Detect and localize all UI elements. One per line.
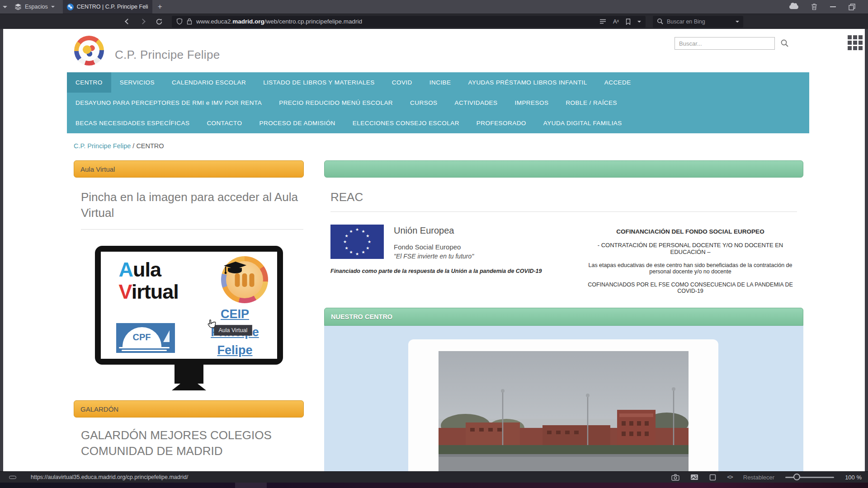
eu-flag: ★★★★★★★★★★★★: [330, 225, 384, 259]
monitor-stand: [175, 365, 203, 384]
nav-item[interactable]: CURSOS: [401, 93, 446, 113]
site-title: C.P. Principe Felipe: [115, 48, 220, 62]
nav-item[interactable]: COVID: [383, 72, 421, 93]
reader-mode-icon[interactable]: [599, 19, 606, 24]
reload-button[interactable]: [156, 18, 163, 25]
espacios-label: Espacios: [25, 4, 48, 10]
site-search-input[interactable]: [675, 37, 775, 50]
galardon-header-label: GALARDÓN: [80, 405, 118, 413]
zoom-value: 100 %: [845, 474, 862, 481]
apps-grid-icon[interactable]: [848, 35, 864, 52]
nuestro-centro-header-label: NUESTRO CENTRO: [331, 313, 392, 320]
nav-item[interactable]: LISTADO DE LIBROS Y MATERIALES: [255, 72, 383, 93]
image-icon[interactable]: [690, 474, 698, 480]
site-search-button[interactable]: [780, 39, 789, 47]
nav-item[interactable]: DESAYUNO PARA PERCEPTORES DE RMI e IMV P…: [67, 93, 270, 113]
aula-virtual-heading: Pincha en la imagen para acceder al Aula…: [81, 189, 301, 221]
breadcrumb-current: CENTRO: [136, 142, 164, 150]
magnifier-icon: [780, 39, 789, 47]
page-viewport: C.P. Principe Felipe CENTROSERVICIOSCALE…: [0, 29, 868, 471]
cpf-logo: CPF: [116, 323, 175, 353]
breadcrumb: C.P. Principe Felipe / CENTRO: [74, 142, 809, 150]
nav-item[interactable]: CALENDARIO ESCOLAR: [163, 72, 255, 93]
espacios-menu[interactable]: Espacios: [14, 3, 55, 10]
select-region-icon[interactable]: [709, 474, 716, 481]
status-cloud-icon: [9, 476, 16, 479]
code-view-icon[interactable]: <>: [727, 474, 732, 481]
nav-item[interactable]: ROBLE / RAÍCES: [557, 93, 626, 113]
aula-virtual-tooltip: Aula Virtual: [214, 325, 253, 336]
window-edge: [0, 29, 3, 471]
espacios-caret-icon: [51, 6, 55, 8]
nav-item[interactable]: IMPRESOS: [506, 93, 557, 113]
tab-bar: Espacios CENTRO | C.P. Principe Felip +: [0, 0, 868, 14]
galardon-heading: GALARDÓN MEJORES COLEGIOS COMUNIDAD DE M…: [81, 427, 293, 459]
reac-line-2: - CONTRATACIÓN DE PERSONAL DOCENTE Y/O N…: [584, 242, 797, 255]
eu-financed-line: Financiado como parte de la respuesta de…: [330, 268, 584, 274]
aula-virtual-wordmark: Aula Virtual: [119, 259, 179, 303]
search-engine-caret-icon[interactable]: [736, 21, 739, 23]
monitor-frame: Aula Virtual: [95, 246, 283, 365]
active-tab[interactable]: CENTRO | C.P. Principe Felip: [63, 0, 152, 14]
browser-search-box[interactable]: Buscar en Bing: [653, 16, 743, 28]
galardon-portlet-header: GALARDÓN: [74, 400, 304, 418]
breadcrumb-separator: /: [131, 142, 136, 150]
main-navigation: CENTROSERVICIOSCALENDARIO ESCOLARLISTADO…: [67, 72, 809, 133]
restore-button[interactable]: [849, 4, 855, 10]
photo-card: [408, 339, 718, 471]
nuestro-centro-body: [324, 326, 803, 471]
new-tab-button[interactable]: +: [158, 2, 162, 11]
nav-item[interactable]: PRECIO REDUCIDO MENÚ ESCOLAR: [270, 93, 401, 113]
url-actions-caret-icon[interactable]: [637, 21, 641, 23]
nav-item[interactable]: SERVICIOS: [111, 72, 163, 93]
nav-row-3: BECAS NECESIDADES ESPECÍFICASCONTACTOPRO…: [67, 113, 809, 133]
reac-portlet-header: [324, 160, 803, 178]
window-menu-caret-icon[interactable]: [3, 6, 7, 8]
tab-favicon: [67, 4, 74, 10]
search-engine-icon: [657, 18, 664, 25]
school-logo[interactable]: [74, 36, 104, 66]
taskbar-chip: [235, 483, 267, 488]
aula-virtual-image-link[interactable]: Aula Virtual: [95, 246, 283, 390]
eu-quote: "El FSE invierte en tu futuro": [394, 253, 474, 260]
nav-item[interactable]: ELECCIONES CONSEJO ESCOLAR: [344, 113, 468, 133]
status-link-url: https://aulavirtual35.educa.madrid.org/c…: [31, 474, 188, 480]
eu-title: Unión Europea: [394, 225, 474, 236]
mouse-cursor-hand: [206, 319, 217, 331]
nav-item[interactable]: CONTACTO: [198, 113, 250, 133]
school-photo[interactable]: [439, 351, 689, 471]
back-button[interactable]: [125, 19, 131, 24]
forward-button[interactable]: [140, 19, 146, 24]
translate-icon[interactable]: Aˣ: [613, 18, 619, 25]
aula-virtual-header-label: Aula Virtual: [80, 165, 115, 173]
browser-window: Espacios CENTRO | C.P. Principe Felip +: [0, 0, 868, 488]
nav-item[interactable]: CENTRO: [67, 72, 111, 93]
nav-item[interactable]: AYUDAS PRÉSTAMO LIBROS INFANTIL: [460, 72, 596, 93]
shield-permissions-icon[interactable]: [176, 18, 183, 25]
url-bar[interactable]: www.educa2.madrid.org/web/centro.cp.prin…: [172, 16, 646, 28]
reac-line-3: Las etapas educativas de este centro han…: [584, 262, 797, 275]
zoom-slider[interactable]: [785, 474, 834, 481]
url-text[interactable]: www.educa2.madrid.org/web/centro.cp.prin…: [196, 18, 362, 25]
nav-item[interactable]: BECAS NECESIDADES ESPECÍFICAS: [67, 113, 198, 133]
minimize-button[interactable]: [830, 6, 836, 7]
lock-icon[interactable]: [187, 18, 192, 25]
taskbar-sliver: [0, 483, 868, 488]
site-header: C.P. Principe Felipe: [67, 29, 809, 72]
nav-item[interactable]: ACCEDE: [596, 72, 640, 93]
reset-zoom-button[interactable]: Restablecer: [743, 474, 774, 481]
cloud-sync-icon[interactable]: [789, 5, 798, 9]
nav-item[interactable]: AYUDA DIGITAL FAMILIAS: [535, 113, 631, 133]
breadcrumb-home-link[interactable]: C.P. Principe Felipe: [74, 142, 131, 150]
nav-item[interactable]: INCIBE: [421, 72, 460, 93]
nav-item[interactable]: ACTIVIDADES: [446, 93, 506, 113]
screenshot-camera-icon[interactable]: [671, 474, 679, 481]
nav-item[interactable]: PROFESORADO: [468, 113, 535, 133]
layers-icon: [14, 3, 22, 10]
zoom-slider-handle[interactable]: [793, 474, 800, 480]
moodle-logo: [221, 256, 268, 303]
reac-heading: REAC: [330, 189, 797, 205]
trash-icon[interactable]: [811, 3, 817, 10]
nav-item[interactable]: PROCESO DE ADMISIÓN: [250, 113, 344, 133]
bookmark-icon[interactable]: [626, 19, 631, 25]
